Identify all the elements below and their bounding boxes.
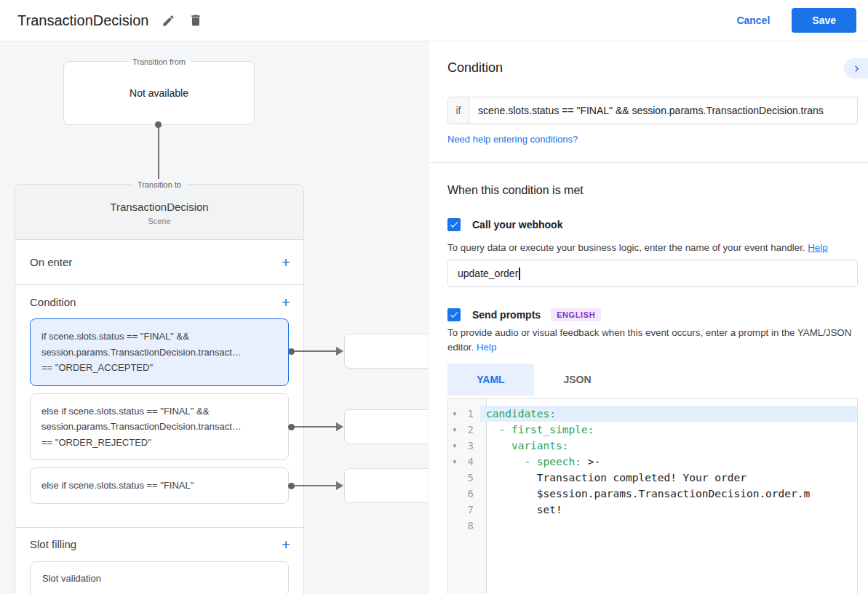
- code-text[interactable]: - speech: >-: [480, 454, 857, 470]
- condition-input-row: if: [447, 97, 858, 124]
- condition-card[interactable]: else if scene.slots.status == "FINAL" &&…: [30, 393, 289, 461]
- prompts-description: To provide audio or visual feedback when…: [447, 326, 859, 355]
- editor-line: 5 Transaction completed! Your order: [448, 470, 857, 486]
- condition-text: else if scene.slots.status == "FINAL" &&: [41, 404, 277, 420]
- fold-arrow-icon[interactable]: ▾: [448, 422, 461, 438]
- fold-gutter: [448, 486, 461, 502]
- cancel-button[interactable]: Cancel: [723, 8, 783, 33]
- condition-card[interactable]: else if scene.slots.status == "FINAL": [30, 467, 289, 504]
- code-text[interactable]: [480, 518, 857, 534]
- fold-arrow-icon[interactable]: ▾: [448, 454, 461, 470]
- tab-json[interactable]: JSON: [534, 364, 621, 396]
- webhook-description: To query data or execute your business l…: [447, 241, 859, 255]
- condition-text: == "ORDER_ACCEPTED": [41, 360, 277, 376]
- transition-from-value: Not available: [130, 87, 188, 99]
- scene-editor: TransactionDecision Cancel Save Transiti…: [0, 0, 868, 594]
- condition-text: == "ORDER_REJECTED": [41, 435, 277, 451]
- line-number: 5: [461, 470, 480, 486]
- tab-yaml[interactable]: YAML: [447, 364, 534, 396]
- code-text[interactable]: set!: [480, 502, 857, 518]
- transition-from-box[interactable]: Transition from Not available: [63, 61, 255, 125]
- transition-target-box[interactable]: [344, 409, 428, 444]
- transition-target-box[interactable]: [344, 334, 428, 369]
- condition-text: session.params.TransactionDecision.trans…: [41, 345, 277, 361]
- slot-validation-card[interactable]: Slot validation: [30, 561, 289, 594]
- prompts-help-link[interactable]: Help: [477, 342, 496, 353]
- transition-to-card: Transition to TransactionDecision Scene …: [15, 184, 304, 594]
- editor-line: 8: [448, 518, 857, 534]
- check-icon: [449, 310, 459, 320]
- transition-target-box[interactable]: [344, 468, 428, 503]
- save-button[interactable]: Save: [792, 8, 856, 33]
- condition-section: Condition + if scene.slots.status == "FI…: [15, 285, 303, 528]
- scene-card-header[interactable]: TransactionDecision Scene: [15, 185, 303, 240]
- condition-detail-panel: Condition if Need help entering conditio…: [428, 41, 868, 594]
- code-text[interactable]: $session.params.TransactionDecision.orde…: [480, 486, 857, 502]
- editor-line: ▾2 - first_simple:: [448, 422, 857, 438]
- line-number: 4: [461, 454, 480, 470]
- panel-title: Condition: [447, 60, 503, 76]
- editor-line: ▾1candidates:: [448, 406, 857, 422]
- editor-line: 7 set!: [448, 502, 857, 518]
- send-prompts-label: Send prompts: [472, 309, 541, 321]
- call-webhook-row: Call your webhook: [447, 218, 562, 231]
- code-text[interactable]: - first_simple:: [480, 422, 857, 438]
- send-prompts-checkbox[interactable]: [447, 308, 461, 321]
- condition-expression-input[interactable]: [469, 97, 858, 124]
- connector-line: [294, 350, 337, 352]
- line-number: 7: [461, 502, 480, 518]
- call-webhook-checkbox[interactable]: [447, 218, 461, 231]
- line-number: 8: [461, 518, 480, 534]
- line-number: 1: [461, 406, 480, 422]
- line-number: 2: [461, 422, 480, 438]
- webhook-handler-value: update_order: [458, 268, 518, 279]
- connector-arrow-icon: [336, 481, 343, 490]
- line-number: 3: [461, 438, 480, 454]
- edit-button[interactable]: [162, 14, 175, 28]
- code-text[interactable]: variants:: [480, 438, 857, 454]
- check-icon: [449, 220, 459, 230]
- on-enter-section: On enter +: [15, 240, 303, 285]
- flow-arrow-line: [158, 127, 159, 179]
- condition-cards: if scene.slots.status == "FINAL" &&sessi…: [15, 318, 303, 504]
- chevron-right-icon: [851, 63, 863, 75]
- webhook-handler-input[interactable]: update_order: [447, 260, 858, 287]
- send-prompts-row: Send prompts ENGLISH: [447, 308, 601, 321]
- condition-text: else if scene.slots.status == "FINAL": [41, 478, 277, 494]
- editor-line: ▾4 - speech: >-: [448, 454, 857, 470]
- fold-arrow-icon[interactable]: ▾: [448, 438, 461, 454]
- editor-lines: ▾1candidates:▾2 - first_simple:▾3 varian…: [448, 406, 857, 534]
- condition-card[interactable]: if scene.slots.status == "FINAL" &&sessi…: [30, 318, 289, 386]
- add-slot-button[interactable]: +: [282, 537, 290, 552]
- condition-text: if scene.slots.status == "FINAL" &&: [41, 329, 277, 345]
- on-enter-label: On enter: [30, 256, 72, 268]
- text-cursor: [519, 268, 520, 280]
- transition-to-legend: Transition to: [132, 179, 187, 190]
- slot-cards: Slot validation: [15, 561, 303, 594]
- add-on-enter-button[interactable]: +: [282, 254, 290, 270]
- slot-filling-section: Slot filling + Slot validation: [15, 528, 303, 594]
- connector-arrow-icon: [336, 347, 343, 356]
- when-condition-met-heading: When this condition is met: [447, 184, 584, 197]
- top-bar: TransactionDecision Cancel Save: [0, 0, 868, 41]
- trash-icon: [188, 13, 203, 28]
- yaml-code-editor[interactable]: ▾1candidates:▾2 - first_simple:▾3 varian…: [447, 398, 858, 594]
- transition-from-legend: Transition from: [127, 56, 191, 68]
- webhook-help-link[interactable]: Help: [808, 242, 827, 253]
- code-text[interactable]: Transaction completed! Your order: [480, 470, 857, 486]
- fold-gutter: [448, 502, 461, 518]
- fold-arrow-icon[interactable]: ▾: [448, 406, 461, 422]
- editor-tabs: YAMLJSON: [447, 364, 621, 396]
- condition-text: session.params.TransactionDecision.trans…: [41, 419, 277, 435]
- flow-canvas: Transition from Not available Transition…: [0, 41, 428, 594]
- collapse-panel-button[interactable]: [844, 58, 868, 79]
- editor-line: ▾3 variants:: [448, 438, 857, 454]
- call-webhook-label: Call your webhook: [472, 219, 562, 230]
- connector-line: [294, 426, 337, 428]
- connector-line: [294, 485, 337, 486]
- code-text[interactable]: candidates:: [480, 406, 857, 422]
- scene-type-label: Scene: [15, 217, 303, 225]
- delete-button[interactable]: [188, 13, 203, 28]
- add-condition-button[interactable]: +: [282, 294, 290, 310]
- condition-help-link[interactable]: Need help entering conditions?: [447, 134, 578, 145]
